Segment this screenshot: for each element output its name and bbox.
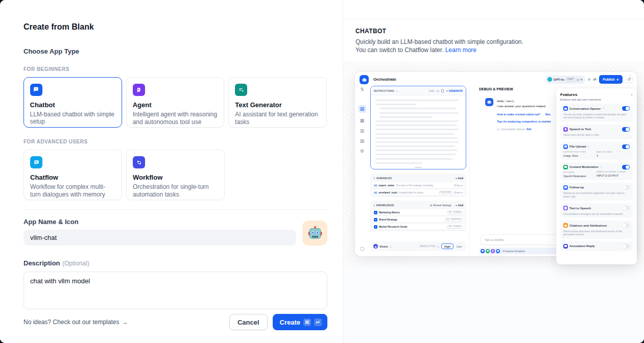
- variables-panel: ∨ VARIABLES + Add (x) expert_name The na…: [370, 174, 466, 197]
- history-icon: ↺: [625, 76, 633, 83]
- chevron-down-icon: ∨: [373, 204, 375, 207]
- divider: [23, 209, 327, 210]
- target-icon: ◎: [497, 128, 499, 131]
- description-label-row: Description (Optional): [23, 258, 327, 267]
- quote-icon: [563, 223, 568, 228]
- rerank-icon: ⇄: [430, 204, 432, 207]
- instructions-skeleton-text: [371, 95, 466, 169]
- document-icon: [374, 218, 377, 222]
- app-type-card-chatflow[interactable]: Chatflow Workflow for complex multi-turn…: [23, 150, 122, 200]
- column-divider: [469, 87, 470, 256]
- description-textarea[interactable]: chat with vllm model: [23, 272, 327, 309]
- create-button[interactable]: Create ⌘ ↵: [273, 314, 327, 330]
- gear-icon: ⚙: [360, 149, 364, 154]
- app-type-title: Chatbot: [30, 101, 116, 109]
- variable-insert-icon: [x]: [437, 89, 439, 92]
- collapse-panel-icon: ▢: [360, 246, 365, 251]
- add-knowledge-button: + Add: [456, 204, 463, 207]
- doc-nav-icon: ▧: [360, 139, 365, 143]
- resolution-low-button: Low: [455, 244, 463, 249]
- cmd-key-icon: ⌘: [303, 318, 311, 326]
- app-type-desc: Orchestration for single-turn automation…: [133, 183, 218, 198]
- folder-icon: [563, 144, 568, 149]
- instructions-panel: INSTRUCTIONS ⓘ 2182 [x] ✦ GENERATE: [370, 86, 466, 169]
- feature-conversation-opener: Conversation Opener ⓘ You are an entity …: [560, 104, 633, 122]
- app-type-card-agent[interactable]: Agent Intelligent agent with reasoning a…: [126, 77, 225, 128]
- knowledge-panel: ∨ KNOWLEDGE ⇄ Rerank Settings + Add Mark…: [370, 201, 466, 231]
- templates-link[interactable]: No ideas? Check out our templates →: [23, 318, 128, 326]
- app-name-input[interactable]: [23, 230, 296, 246]
- agent-icon: [133, 84, 145, 96]
- enter-key-icon: ↵: [314, 318, 322, 326]
- edit-link: Edit: [527, 128, 531, 131]
- create-app-dialog: Create from Blank Choose App Type FOR BE…: [0, 0, 644, 343]
- generate-button: ✦ GENERATE: [446, 89, 463, 92]
- app-name-row: App Name & Icon: [23, 218, 327, 246]
- feature-follow-up: Follow-up Setting up next questions sugg…: [560, 183, 633, 201]
- preview-heading: CHATBOT: [355, 28, 632, 35]
- preview-app-icon: [360, 75, 369, 84]
- microphone-icon: [563, 127, 568, 132]
- knowledge-row: Marketing Basics HQ · HYBRID: [372, 209, 465, 215]
- info-icon: ⓘ: [602, 107, 605, 110]
- toggle-on: [622, 165, 630, 169]
- copy-icon: [441, 89, 444, 92]
- feature-text-to-speech: Text to Speech Conversation messages can…: [560, 203, 633, 218]
- toggle-on: [622, 144, 630, 149]
- choose-app-type-label: Choose App Type: [23, 47, 327, 55]
- model-provider-icon: [547, 77, 552, 82]
- toggle-off: [622, 223, 630, 228]
- advanced-app-types: Chatflow Workflow for complex multi-turn…: [23, 150, 327, 200]
- resolution-high-button: High: [441, 243, 454, 249]
- feature-file-upload: File Upload ⓘ SUPPORT FILE TYPES Image, …: [560, 142, 633, 160]
- close-icon: ×: [631, 93, 633, 96]
- opening-message: Hello, I am L. I can answer your questio…: [497, 99, 557, 131]
- preview-sidebar: ⇅ ▤ ▦ ▥ ▧ ⚙ ▢: [355, 87, 369, 256]
- features-panel: Features × Enhance web app user experien…: [556, 88, 637, 264]
- info-icon: ⓘ: [600, 166, 603, 168]
- arrow-right-icon: →: [122, 318, 128, 326]
- moderation-chip-icon: [486, 249, 490, 253]
- note-nav-icon: ▥: [360, 129, 365, 133]
- shield-icon: [563, 165, 568, 169]
- document-icon: [374, 225, 377, 229]
- chat-bubble-icon: [563, 106, 568, 111]
- create-from-blank-panel: Create from Blank Choose App Type FOR BE…: [0, 0, 343, 343]
- app-type-card-chatbot[interactable]: Chatbot LLM-based chatbot with simple se…: [23, 77, 122, 128]
- app-type-title: Chatflow: [30, 174, 115, 181]
- app-type-card-workflow[interactable]: Workflow Orchestration for single-turn a…: [126, 150, 225, 200]
- knowledge-row: Market Research Guide HQ · HYBRID: [372, 224, 465, 230]
- app-icon-picker[interactable]: [302, 220, 327, 246]
- app-type-title: Text Generator: [235, 101, 320, 109]
- suggested-question: How to make a brand stand out?Bes: [497, 113, 557, 116]
- model-feature-icons: ◍ ✱: [577, 78, 583, 81]
- preview-app-title: Orchestrate: [373, 77, 396, 82]
- app-type-desc: Workflow for complex multi-turn dialogue…: [30, 183, 115, 198]
- feature-annotation-reply: Annotation Reply: [560, 241, 633, 251]
- chatbot-icon: [30, 84, 42, 96]
- params-icon: ⇄: [593, 77, 597, 82]
- sparkle-icon: ✦: [446, 89, 448, 92]
- for-advanced-users-label: FOR ADVANCED USERS: [23, 139, 327, 144]
- publish-button: Publish ∨: [599, 75, 623, 84]
- description-optional-label: (Optional): [62, 260, 89, 267]
- right-panel-top-strip: [343, 0, 644, 19]
- speech-to-text-chip-icon: [491, 249, 495, 253]
- document-icon: [374, 211, 377, 214]
- model-mode-badge: CHAT: [566, 78, 575, 82]
- orchestrate-nav-icon: ▤: [359, 105, 366, 113]
- variable-row: (x) unrelated_topic A placeholder for to…: [372, 189, 465, 195]
- toggle-on: [622, 106, 630, 111]
- app-type-title: Agent: [133, 101, 218, 109]
- annotation-icon: [563, 244, 568, 249]
- char-count: 2182: [428, 89, 434, 92]
- feature-citations: Citations and Attributions Show source d…: [560, 220, 633, 239]
- feature-speech-to-text: Speech to Text Voice input can be used i…: [560, 125, 633, 139]
- app-type-card-text-generator[interactable]: Text Generator AI assistant for text gen…: [228, 77, 327, 128]
- info-icon: ⓘ: [396, 89, 398, 92]
- conversation-opener-chip-icon: [481, 249, 485, 253]
- cancel-button[interactable]: Cancel: [229, 314, 268, 330]
- info-icon: ⓘ: [437, 245, 440, 248]
- learn-more-link[interactable]: Learn more: [445, 46, 476, 54]
- retrieval-badge: HQ · HYBRID: [447, 225, 463, 229]
